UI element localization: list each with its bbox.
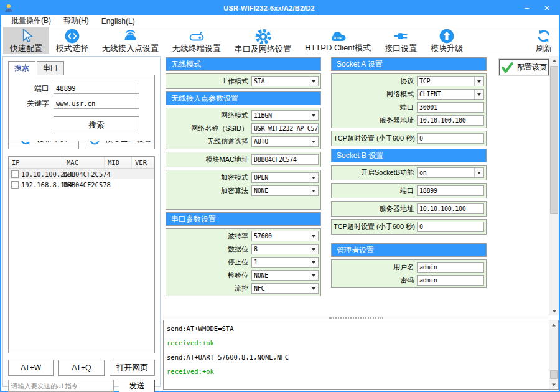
config-input[interactable]: 30001: [417, 102, 484, 113]
splitter-grip-icon: [329, 317, 383, 319]
close-button[interactable]: ✕: [544, 4, 550, 12]
log-output[interactable]: send:AT+WMODE=STAreceived:+oksend:AT+UAR…: [164, 320, 549, 389]
keyword-input[interactable]: [54, 98, 139, 109]
scrollbar-thumb[interactable]: [550, 370, 558, 379]
scroll-down-icon[interactable]: [549, 380, 558, 389]
toolbar-item-mode-select[interactable]: 模式选择: [49, 27, 95, 54]
chevron-down-icon[interactable]: [474, 90, 483, 99]
column-header-mid[interactable]: MID: [105, 157, 132, 168]
config-input[interactable]: admin: [417, 275, 484, 286]
config-input[interactable]: 18899: [417, 185, 484, 196]
config-select[interactable]: OPEN: [251, 172, 319, 183]
port-input[interactable]: [54, 83, 139, 94]
config-select[interactable]: TCP: [417, 76, 484, 86]
config-select[interactable]: on: [417, 167, 484, 178]
log-scrollbar[interactable]: [549, 320, 558, 389]
config-input[interactable]: admin: [417, 262, 484, 273]
device-row[interactable]: 192.168.8.104D8B04CF2C578: [9, 179, 154, 190]
atq-button[interactable]: AT+Q: [58, 360, 104, 376]
device-checkbox[interactable]: [11, 181, 19, 189]
config-panel: 无线模式工作模式STA无线接入点参数设置网络模式11BGN网络名称（SSID）U…: [163, 56, 559, 315]
chevron-down-icon[interactable]: [309, 77, 318, 86]
config-input[interactable]: 10.10.100.100: [417, 115, 484, 126]
toolbar-item-uart-net-settings[interactable]: 串口及网络设置: [228, 27, 298, 54]
menu-english[interactable]: English(L): [95, 16, 141, 27]
device-ip: 192.168.8.104: [21, 181, 63, 189]
send-button[interactable]: 发送: [119, 380, 155, 392]
toolbar-item-label: HTTPD Client模式: [305, 44, 371, 52]
config-input[interactable]: USR-WIFI232-AP_C574: [251, 123, 319, 134]
chevron-down-icon[interactable]: [474, 168, 483, 177]
tab-search[interactable]: 搜索: [8, 61, 35, 75]
toolbar-item-httpd-client[interactable]: HTTPHTTPD Client模式: [298, 27, 378, 54]
config-select[interactable]: CLIENT: [417, 89, 484, 100]
chevron-down-icon[interactable]: [309, 186, 318, 195]
toolbar-item-quick-config[interactable]: 快速配置: [3, 27, 49, 54]
toolbar-item-ap-settings[interactable]: 无线接入点设置: [95, 27, 166, 54]
field-label: 网络模式: [168, 111, 251, 120]
chevron-down-icon[interactable]: [309, 271, 318, 280]
config-select[interactable]: NONE: [251, 270, 319, 281]
config-select[interactable]: NONE: [251, 185, 319, 196]
config-select[interactable]: 57600: [251, 231, 319, 241]
section-header: 无线接入点参数设置: [166, 91, 321, 105]
splitter-handle[interactable]: [163, 316, 549, 319]
column-header-ver[interactable]: VER: [132, 157, 154, 168]
cloud-http-icon: HTTP: [329, 28, 347, 44]
field-label: 数据位: [168, 245, 251, 254]
device-checkbox[interactable]: [11, 170, 19, 178]
config-select[interactable]: 8: [251, 244, 319, 254]
config-input[interactable]: D8B04CF2C574: [251, 154, 319, 165]
title-bar: USR-WIFI232-6xx/A2/B2/D2 – ✕: [1, 1, 559, 15]
chevron-down-icon[interactable]: [309, 245, 318, 254]
field-value: admin: [418, 264, 483, 271]
field-label: 加密算法: [168, 186, 251, 195]
column-header-ip[interactable]: IP: [9, 157, 63, 168]
config-select[interactable]: 1: [251, 257, 319, 268]
toolbar-item-label: 模块升级: [431, 44, 463, 53]
toolbar-item-refresh[interactable]: 刷新: [531, 27, 557, 54]
scroll-up-icon[interactable]: [549, 320, 558, 330]
toolbar-item-sta-settings[interactable]: 无线终端设置: [166, 27, 228, 54]
config-scrollbar[interactable]: [549, 56, 559, 315]
config-select[interactable]: STA: [251, 76, 319, 86]
config-select[interactable]: 11BGN: [251, 110, 319, 121]
minimize-button[interactable]: –: [525, 4, 529, 12]
config-group: 开启SocketB功能on: [331, 165, 487, 180]
config-input[interactable]: 0: [417, 133, 484, 144]
chevron-down-icon[interactable]: [309, 258, 318, 267]
refresh-icon: [536, 28, 552, 44]
apply-page-button[interactable]: 配置该页: [499, 59, 549, 75]
device-ip: 10.10.100.254: [21, 170, 63, 178]
toolbar: 快速配置模式选择无线接入点设置无线终端设置串口及网络设置HTTPHTTPD Cl…: [1, 27, 559, 54]
toolbar-item-interface-settings[interactable]: 接口设置: [378, 27, 424, 54]
chevron-down-icon[interactable]: [309, 137, 318, 146]
chevron-down-icon[interactable]: [309, 173, 318, 182]
window-title: USR-WIFI232-6xx/A2/B2/D2: [14, 4, 525, 12]
toolbar-item-module-upgrade[interactable]: 模块升级: [424, 27, 470, 54]
config-input[interactable]: 10.10.100.100: [417, 203, 484, 214]
config-select[interactable]: NFC: [251, 283, 319, 294]
tab-serial[interactable]: 串口: [37, 61, 64, 75]
atw-button[interactable]: AT+W: [8, 360, 54, 376]
chevron-down-icon[interactable]: [309, 111, 318, 120]
search-button[interactable]: 搜索: [54, 116, 139, 134]
config-input[interactable]: 0: [417, 222, 484, 232]
search-tabs: 搜索 串口: [8, 60, 160, 75]
scrollbar-thumb[interactable]: [550, 66, 558, 214]
menu-help[interactable]: 帮助(H): [57, 14, 95, 27]
scroll-down-icon[interactable]: [549, 306, 559, 315]
chevron-down-icon[interactable]: [309, 284, 318, 293]
config-select[interactable]: AUTO: [251, 136, 319, 147]
chevron-down-icon[interactable]: [474, 77, 483, 86]
log-line: received:+ok: [167, 336, 546, 350]
device-row[interactable]: 10.10.100.254D8B04CF2C574: [9, 169, 154, 179]
column-header-mac[interactable]: MAC: [63, 157, 105, 168]
at-command-input[interactable]: [8, 380, 114, 392]
menu-batch-operations[interactable]: 批量操作(B): [5, 14, 57, 27]
chevron-down-icon[interactable]: [309, 231, 318, 241]
scroll-up-icon[interactable]: [549, 56, 559, 65]
open-webpage-button[interactable]: 打开网页: [110, 360, 155, 376]
field-label: 协议: [334, 77, 417, 86]
section-header: 无线模式: [166, 57, 321, 71]
